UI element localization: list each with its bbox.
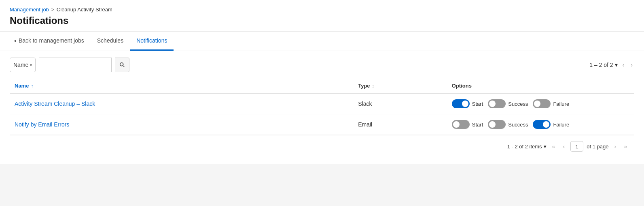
toolbar: Name ▾ 1 – 2 of 2 ▾ ‹ › (10, 58, 634, 72)
filter-chevron-icon: ▾ (30, 63, 32, 67)
content-area: Name ▾ 1 – 2 of 2 ▾ ‹ › (0, 51, 644, 164)
filter-select-wrapper[interactable]: Name ▾ (10, 58, 36, 72)
sort-asc-icon: ↑ (31, 83, 33, 89)
search-button[interactable] (115, 58, 129, 72)
toggle-slider-success2 (488, 120, 506, 129)
toggle-slider-success1 (488, 99, 506, 108)
pagination-next-bottom-button[interactable]: › (612, 142, 618, 151)
table-cell-name-1: Notify by Email Errors (10, 114, 353, 135)
toggle-start1[interactable] (452, 99, 470, 108)
search-icon (119, 62, 125, 68)
search-input[interactable] (39, 58, 112, 72)
pagination-prev-bottom-button[interactable]: ‹ (561, 142, 567, 151)
breadcrumb: Management job > Cleanup Activity Stream (10, 6, 634, 13)
toggle-failure1[interactable] (533, 99, 551, 108)
th-type-label: Type (358, 83, 370, 89)
toggle-slider-failure2 (533, 120, 551, 129)
tab-notifications-label: Notifications (136, 37, 167, 44)
toggle-group-start2: Start (452, 120, 483, 129)
th-options-label: Options (452, 83, 472, 89)
breadcrumb-current: Cleanup Activity Stream (57, 6, 112, 13)
bottom-pagination: 1 - 2 of 2 items ▾ « ‹ of 1 page › » (10, 135, 634, 157)
table-cell-type-0: Slack (353, 93, 447, 114)
th-options: Options (447, 79, 634, 93)
sort-neutral-icon: ↕ (372, 84, 375, 88)
page-header: Management job > Cleanup Activity Stream… (0, 0, 644, 32)
bottom-items-count-dropdown[interactable]: 1 - 2 of 2 items ▾ (507, 143, 547, 150)
pagination-top-count: 1 – 2 of 2 (589, 62, 613, 68)
th-name-label: Name (15, 83, 29, 89)
toggle-start2[interactable] (452, 120, 470, 129)
table-cell-name-0: Activity Stream Cleanup – Slack (10, 93, 353, 114)
pagination-prev-button[interactable]: ‹ (621, 60, 626, 70)
filter-left: Name ▾ (10, 58, 129, 72)
pagination-first-button[interactable]: « (550, 142, 557, 151)
breadcrumb-separator: > (51, 7, 54, 13)
toggle-label-start2: Start (472, 122, 483, 128)
options-cell-1: StartSuccessFailure (452, 120, 629, 129)
bottom-count-chevron-icon: ▾ (544, 143, 547, 150)
th-name: Name ↑ (10, 79, 353, 93)
items-count-dropdown[interactable]: 1 – 2 of 2 ▾ (589, 62, 617, 68)
toggle-slider-failure1 (533, 99, 551, 108)
breadcrumb-parent-link[interactable]: Management job (10, 6, 49, 13)
toggle-label-failure1: Failure (553, 101, 569, 107)
toggle-group-start1: Start (452, 99, 483, 108)
table-cell-options-0: StartSuccessFailure (447, 93, 634, 114)
toggle-success1[interactable] (488, 99, 506, 108)
row-name-link-1[interactable]: Notify by Email Errors (15, 121, 69, 128)
pagination-last-button[interactable]: » (622, 142, 629, 151)
main-content: Back to management jobs Schedules Notifi… (0, 32, 644, 206)
page-title: Notifications (10, 15, 634, 26)
toggle-failure2[interactable] (533, 120, 551, 129)
pagination-next-button[interactable]: › (629, 60, 634, 70)
bottom-pagination-count: 1 - 2 of 2 items (507, 143, 542, 150)
toggle-slider-start2 (452, 120, 470, 129)
page-number-input[interactable] (570, 141, 583, 152)
pagination-top-chevron-icon: ▾ (615, 62, 618, 68)
table-row: Activity Stream Cleanup – SlackSlackStar… (10, 93, 634, 114)
toggle-group-failure2: Failure (533, 120, 569, 129)
options-cell-0: StartSuccessFailure (452, 99, 629, 108)
toggle-label-success2: Success (508, 122, 528, 128)
toggle-group-success1: Success (488, 99, 528, 108)
filter-label: Name (13, 62, 28, 68)
toggle-group-failure1: Failure (533, 99, 569, 108)
toggle-group-success2: Success (488, 120, 528, 129)
toggle-label-success1: Success (508, 101, 528, 107)
of-page-label: of 1 page (587, 143, 608, 150)
tab-notifications[interactable]: Notifications (130, 32, 174, 51)
th-type: Type ↕ (353, 79, 447, 93)
tab-back-to-management-jobs[interactable]: Back to management jobs (6, 32, 91, 51)
th-name-sortable[interactable]: Name ↑ (15, 83, 348, 89)
tab-schedules-label: Schedules (97, 37, 123, 44)
row-name-link-0[interactable]: Activity Stream Cleanup – Slack (15, 101, 95, 107)
tab-back-label: Back to management jobs (19, 37, 84, 44)
th-type-sortable[interactable]: Type ↕ (358, 83, 442, 89)
tab-bar: Back to management jobs Schedules Notifi… (0, 32, 644, 51)
toggle-slider-start1 (452, 99, 470, 108)
toggle-label-failure2: Failure (553, 122, 569, 128)
table-cell-options-1: StartSuccessFailure (447, 114, 634, 135)
table-row: Notify by Email ErrorsEmailStartSuccessF… (10, 114, 634, 135)
svg-line-1 (123, 66, 124, 67)
tab-schedules[interactable]: Schedules (91, 32, 130, 51)
pagination-top: 1 – 2 of 2 ▾ ‹ › (589, 60, 634, 70)
table-cell-type-1: Email (353, 114, 447, 135)
toggle-success2[interactable] (488, 120, 506, 129)
table-header-row: Name ↑ Type ↕ Options (10, 79, 634, 93)
svg-point-0 (120, 63, 123, 66)
toggle-label-start1: Start (472, 101, 483, 107)
notifications-table: Name ↑ Type ↕ Options A (10, 79, 634, 135)
